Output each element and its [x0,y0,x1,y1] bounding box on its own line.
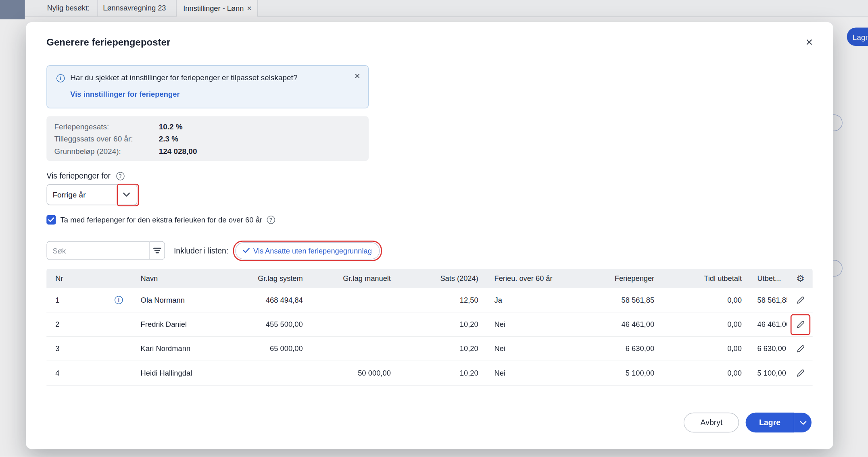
holiday-pay-table: Nr Navn Gr.lag system Gr.lag manuelt Sat… [46,269,812,386]
save-split-button: Lagre [746,413,812,432]
banner-close-icon[interactable]: ✕ [354,72,360,80]
cell-over60: Nei [482,345,559,353]
table-row: 1 i Ola Normann 468 494,84 12,50 Ja 58 5… [46,288,812,312]
dialog-close-icon[interactable]: ✕ [805,37,813,48]
column-settings-gear-icon[interactable]: ⚙ [796,274,805,283]
header-feriepenger: Feriepenger [559,274,657,283]
cell-feriepenger: 5 100,00 [559,369,657,377]
include-in-list-label: Inkluder i listen: [174,246,228,255]
pencil-icon [796,295,805,305]
header-navn: Navn [129,274,244,283]
cancel-button[interactable]: Avbryt [684,413,739,432]
cell-feriepenger: 58 561,85 [559,296,657,304]
cell-sats: 10,20 [394,320,482,329]
cell-feriepenger: 6 630,00 [559,345,657,353]
summary-row: Feriepengesats: 10.2 % [54,121,369,133]
cell-tidl-utbetalt: 0,00 [657,296,745,304]
cell-navn: Heidi Hallingdal [129,369,244,377]
header-ferieuke-over60: Ferieu. over 60 år [482,274,559,283]
cell-sats: 10,20 [394,345,482,353]
cell-over60: Nei [482,369,559,377]
pencil-icon [796,368,805,378]
search-input[interactable] [46,241,149,260]
summary-row: Tilleggssats over 60 år: 2.3 % [54,133,369,145]
cell-feriepenger: 46 461,00 [559,320,657,329]
header-tidl-utbetalt: Tidl utbetalt [657,274,745,283]
summary-value: 10.2 % [159,123,183,131]
summary-value: 2.3 % [159,135,178,143]
info-icon: i [56,74,65,83]
cell-navn: Fredrik Daniel [129,320,244,329]
cell-navn: Ola Normann [129,296,244,304]
screen: Nylig besøkt: Lønnsavregning 23 Innstill… [0,0,868,457]
cell-nr: 2 [55,320,59,329]
include-button-label: Vis Ansatte uten feriepengegrunnlag [253,246,372,255]
show-employees-without-basis-button[interactable]: Vis Ansatte uten feriepengegrunnlag [235,242,380,259]
cell-nr: 1 [55,296,59,304]
cell-grlag-manuelt: 50 000,00 [307,369,394,377]
save-options-chevron-icon[interactable] [794,413,812,432]
summary-label: Feriepengesats: [54,121,156,133]
cell-grlag-system: 455 500,00 [244,320,307,329]
row-info-icon[interactable]: i [115,296,123,304]
header-grlag-system: Gr.lag system [244,274,307,283]
cell-over60: Nei [482,320,559,329]
search-filter-row: Inkluder i listen: Vis Ansatte uten feri… [46,241,380,260]
table-header-row: Nr Navn Gr.lag system Gr.lag manuelt Sat… [46,269,812,288]
help-icon[interactable]: ? [116,172,125,180]
period-select[interactable]: Forrige år [46,184,137,205]
cell-utbetales: 58 561,85 [757,296,787,305]
header-actions: ⚙ [788,274,812,283]
generate-holiday-pay-dialog: Generere feriepengeposter ✕ i Har du sje… [26,22,833,449]
cell-nr: 4 [55,369,59,377]
period-label: Vis feriepenger for [46,171,111,180]
table-row: 2 Fredrik Daniel 455 500,00 10,20 Nei 46… [46,312,812,337]
cell-tidl-utbetalt: 0,00 [657,345,745,353]
summary-label: Grunnbeløp (2024): [54,145,156,158]
banner-message: Har du sjekket at innstillinger for feri… [70,74,297,82]
filter-icon[interactable] [150,241,165,260]
cell-nr: 3 [55,345,59,353]
cell-grlag-system: 468 494,84 [244,296,307,304]
cell-tidl-utbetalt: 0,00 [657,320,745,329]
cell-utbetales: 6 630,00 [757,345,786,353]
save-button[interactable]: Lagre [746,413,794,432]
edit-row-button[interactable] [793,341,808,356]
table-row: 4 Heidi Hallingdal 50 000,00 10,20 Nei 5… [46,361,812,385]
pencil-icon [796,344,805,353]
edit-row-button[interactable] [793,365,808,380]
period-selected-value: Forrige år [47,191,116,199]
cell-utbetales: 46 461,00 [757,320,787,329]
cell-grlag-system: 65 000,00 [244,345,307,353]
cell-navn: Kari Nordmann [129,345,244,353]
dialog-title: Generere feriepengeposter [46,37,170,48]
over60-checkbox-checked[interactable] [46,215,56,224]
cell-tidl-utbetalt: 0,00 [657,369,745,377]
cell-sats: 12,50 [394,296,482,304]
over60-checkbox-row: Ta med feriepenger for den ekstra ferieu… [46,215,275,224]
edit-row-button[interactable] [793,292,808,307]
edit-row-button[interactable] [793,317,808,332]
settings-info-banner: i Har du sjekket at innstillinger for fe… [46,65,369,108]
cell-sats: 10,20 [394,369,482,377]
rates-summary-box: Feriepengesats: 10.2 % Tilleggssats over… [46,116,369,161]
period-label-row: Vis feriepenger for ? [46,171,124,180]
cell-utbetales: 5 100,00 [757,369,786,378]
chevron-down-icon[interactable] [116,193,137,197]
help-icon[interactable]: ? [267,216,275,224]
cell-over60: Ja [482,296,559,304]
summary-value: 124 028,00 [159,147,197,156]
header-sats: Sats (2024) [394,274,482,283]
summary-label: Tilleggssats over 60 år: [54,133,156,145]
table-row: 3 Kari Nordmann 65 000,00 10,20 Nei 6 63… [46,337,812,361]
summary-row: Grunnbeløp (2024): 124 028,00 [54,145,369,158]
header-nr: Nr [46,274,129,283]
pencil-icon [796,320,805,329]
over60-checkbox-label: Ta med feriepenger for den ekstra ferieu… [61,216,263,224]
header-utbetales: Utbet... [745,274,788,283]
header-grlag-manuelt: Gr.lag manuelt [307,274,394,283]
dialog-footer: Avbryt Lagre [684,413,812,432]
show-settings-link[interactable]: Vis innstillinger for feriepenger [70,90,179,99]
